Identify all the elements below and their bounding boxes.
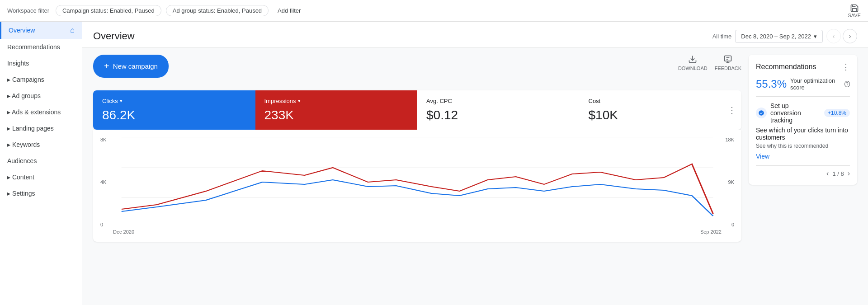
sidebar-insights-label: Insights <box>7 60 29 67</box>
all-time-label: All time <box>712 33 732 40</box>
svg-point-8 <box>759 110 764 116</box>
save-button[interactable]: SAVE <box>848 4 861 18</box>
sidebar-item-ad-groups[interactable]: ▸ Ad groups <box>0 88 82 104</box>
line-chart <box>100 137 734 227</box>
main-layout: Overview ⌂ Recommendations Insights ▸ Ca… <box>0 22 868 305</box>
left-panel: + New campaign DOWNLOAD FEEDBACK <box>93 55 741 242</box>
main-content: Overview All time Dec 8, 2020 – Sep 2, 2… <box>82 22 868 305</box>
score-label: Your optimization score ? <box>790 77 850 91</box>
stats-more-button[interactable]: ⋮ <box>728 105 736 115</box>
sidebar-keywords-label: ▸ Keywords <box>7 141 40 148</box>
workspace-filter-label: Workspace filter <box>7 7 49 14</box>
sidebar-item-content[interactable]: ▸ Content <box>0 169 82 185</box>
content-area: + New campaign DOWNLOAD FEEDBACK <box>82 47 868 249</box>
download-label: DOWNLOAD <box>678 66 708 71</box>
save-label: SAVE <box>848 13 861 18</box>
stats-row: Clicks ▾ 86.2K Impressions ▾ 233K Avg. <box>93 90 741 130</box>
sidebar-item-recommendations[interactable]: Recommendations <box>0 39 82 55</box>
date-range-selector[interactable]: Dec 8, 2020 – Sep 2, 2022 ▾ <box>735 30 823 43</box>
campaign-status-filter[interactable]: Campaign status: Enabled, Paused <box>56 5 161 16</box>
plus-icon: + <box>104 61 109 71</box>
date-controls: All time Dec 8, 2020 – Sep 2, 2022 ▾ ‹ › <box>712 29 857 43</box>
x-axis-labels: Dec 2020 Sep 2022 <box>100 227 734 235</box>
impressions-label: Impressions ▾ <box>264 98 409 104</box>
sidebar-landing-label: ▸ Landing pages <box>7 125 54 132</box>
avg-cpc-card[interactable]: Avg. CPC $0.12 <box>417 90 580 130</box>
main-header: Overview All time Dec 8, 2020 – Sep 2, 2… <box>82 22 868 47</box>
campaign-filter-label: Campaign status: Enabled, Paused <box>62 7 155 14</box>
impressions-card[interactable]: Impressions ▾ 233K <box>255 90 418 130</box>
new-campaign-button[interactable]: + New campaign <box>93 55 169 78</box>
rec-badge: +10.8% <box>824 109 850 117</box>
rec-title: Recommendations <box>756 63 816 71</box>
chart-container: 8K 4K 0 18K 9K 0 Dec 2020 <box>93 130 741 242</box>
avg-cpc-value: $0.12 <box>426 108 571 122</box>
sidebar-overview-label: Overview <box>9 27 35 34</box>
sidebar-item-ads-extensions[interactable]: ▸ Ads & extensions <box>0 104 82 120</box>
rec-item-title: See which of your clicks turn into custo… <box>756 127 850 141</box>
score-info-icon[interactable]: ? <box>844 81 850 87</box>
clicks-value: 86.2K <box>102 108 246 122</box>
toolbar: DOWNLOAD FEEDBACK <box>678 55 741 71</box>
sidebar-item-campaigns[interactable]: ▸ Campaigns <box>0 71 82 88</box>
rec-view-link[interactable]: View <box>756 153 769 160</box>
feedback-icon <box>723 55 732 64</box>
chart-area: 8K 4K 0 18K 9K 0 <box>100 137 734 227</box>
rec-page-label: 1 / 8 <box>832 170 844 177</box>
sidebar: Overview ⌂ Recommendations Insights ▸ Ca… <box>0 22 82 305</box>
feedback-button[interactable]: FEEDBACK <box>715 55 741 71</box>
rec-next-button[interactable]: › <box>848 169 850 178</box>
sidebar-settings-label: ▸ Settings <box>7 190 35 197</box>
rec-item: Set up conversion tracking +10.8% See wh… <box>756 96 850 160</box>
rec-prev-button[interactable]: ‹ <box>826 169 829 178</box>
add-filter-button[interactable]: Add filter <box>273 5 305 16</box>
svg-rect-1 <box>725 56 731 61</box>
date-dropdown-arrow: ▾ <box>814 33 817 40</box>
date-nav-arrows: ‹ › <box>826 29 857 43</box>
prev-date-button[interactable]: ‹ <box>826 29 841 43</box>
optimization-score: 55.3% Your optimization score ? <box>756 77 850 91</box>
sidebar-recommendations-label: Recommendations <box>7 43 60 51</box>
sidebar-item-insights[interactable]: Insights <box>0 55 82 71</box>
add-filter-label: Add filter <box>278 7 301 14</box>
save-icon <box>850 4 859 13</box>
clicks-card[interactable]: Clicks ▾ 86.2K <box>93 90 255 130</box>
cost-card[interactable]: Cost $10K ⋮ <box>580 90 742 130</box>
avg-cpc-label: Avg. CPC <box>426 98 571 104</box>
sidebar-item-settings[interactable]: ▸ Settings <box>0 185 82 202</box>
x-label-start: Dec 2020 <box>113 229 134 235</box>
rec-item-desc: See why this is recommended <box>756 143 850 149</box>
download-icon <box>688 55 697 64</box>
next-date-button[interactable]: › <box>843 29 857 43</box>
sidebar-ad-groups-label: ▸ Ad groups <box>7 92 41 99</box>
ad-group-filter-label: Ad group status: Enabled, Paused <box>173 7 262 14</box>
sidebar-content-label: ▸ Content <box>7 174 34 181</box>
sidebar-item-audiences[interactable]: Audiences <box>0 153 82 169</box>
rec-header: Recommendations ⋮ <box>756 62 850 72</box>
clicks-dropdown: ▾ <box>120 98 123 104</box>
sidebar-item-overview[interactable]: Overview ⌂ <box>0 22 82 39</box>
home-icon: ⌂ <box>70 26 75 34</box>
sidebar-item-keywords[interactable]: ▸ Keywords <box>0 136 82 153</box>
sidebar-ads-label: ▸ Ads & extensions <box>7 108 61 116</box>
clicks-label: Clicks ▾ <box>102 98 246 104</box>
cost-value: $10K <box>589 108 733 122</box>
recommendations-panel: Recommendations ⋮ 55.3% Your optimizatio… <box>749 55 857 185</box>
score-value: 55.3% <box>756 78 787 90</box>
date-range-value: Dec 8, 2020 – Sep 2, 2022 <box>741 33 811 40</box>
feedback-label: FEEDBACK <box>715 66 741 71</box>
rec-pagination: ‹ 1 / 8 › <box>826 169 850 178</box>
sidebar-item-landing-pages[interactable]: ▸ Landing pages <box>0 120 82 136</box>
rec-item-action: Set up conversion tracking <box>770 102 821 124</box>
download-button[interactable]: DOWNLOAD <box>678 55 708 71</box>
impressions-dropdown: ▾ <box>298 98 301 104</box>
sidebar-campaigns-label: ▸ Campaigns <box>7 76 44 83</box>
x-label-end: Sep 2022 <box>700 229 722 235</box>
conversion-icon <box>756 108 767 118</box>
rec-footer: ‹ 1 / 8 › <box>756 165 850 178</box>
cost-label: Cost <box>589 98 733 104</box>
sidebar-audiences-label: Audiences <box>7 157 37 164</box>
rec-more-button[interactable]: ⋮ <box>842 62 850 72</box>
ad-group-status-filter[interactable]: Ad group status: Enabled, Paused <box>166 5 269 16</box>
top-bar: Workspace filter Campaign status: Enable… <box>0 0 868 22</box>
